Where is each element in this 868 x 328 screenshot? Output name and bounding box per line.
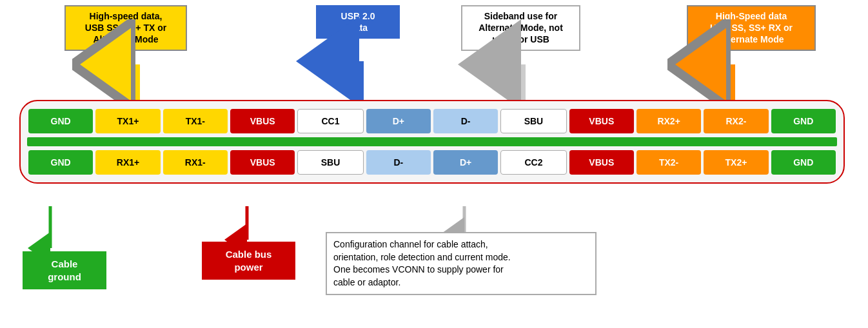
pin-cc1: CC1 xyxy=(297,109,363,133)
pin-dminus-top: D- xyxy=(433,109,498,133)
pin-gnd-top-left: GND xyxy=(28,109,93,133)
pin-rx2minus: RX2- xyxy=(704,109,768,133)
annotation-top-right: High-Speed dataUSB SS, SS+ RX orAlternat… xyxy=(687,5,816,51)
diagram-container: High-speed data,USB SS, SS+ TX orAlterna… xyxy=(0,0,868,328)
pin-gnd-bot-left: GND xyxy=(28,150,93,175)
pin-vbus-bot2: VBUS xyxy=(569,150,634,175)
pin-gnd-top-right: GND xyxy=(771,109,836,133)
pin-tx1plus: TX1+ xyxy=(95,109,160,133)
config-channel-label: Configuration channel for cable attach, … xyxy=(326,232,597,295)
pin-vbus-top2: VBUS xyxy=(569,109,634,133)
pin-rx2plus: RX2+ xyxy=(636,109,701,133)
pin-tx2minus: TX2- xyxy=(636,150,701,175)
pin-tx1minus: TX1- xyxy=(163,109,228,133)
pin-dplus-top: D+ xyxy=(366,109,431,133)
pin-row-top: GND TX1+ TX1- VBUS CC1 D+ D- SBU VBUS RX… xyxy=(27,108,837,135)
pin-vbus-bot1: VBUS xyxy=(230,150,295,175)
annotation-top-center: USB 2.0Data xyxy=(316,5,400,39)
cable-ground-label: Cableground xyxy=(23,251,106,289)
pin-cc2: CC2 xyxy=(500,150,566,175)
pin-sbu-top: SBU xyxy=(500,109,566,133)
pin-rx1minus: RX1- xyxy=(163,150,228,175)
annotation-top-right-white: Sideband use forAlternate Mode, notused … xyxy=(461,5,580,51)
cable-bus-power-label: Cable buspower xyxy=(202,242,295,280)
pin-spacer-bar xyxy=(27,137,837,146)
pin-dplus-bot: D+ xyxy=(433,150,498,175)
pin-row-bottom: GND RX1+ RX1- VBUS SBU D- D+ CC2 VBUS TX… xyxy=(27,149,837,176)
pin-tx2plus: TX2+ xyxy=(704,150,768,175)
pin-sbu-bot: SBU xyxy=(297,150,363,175)
pin-rx1plus: RX1+ xyxy=(95,150,160,175)
annotation-top-left: High-speed data,USB SS, SS+ TX orAlterna… xyxy=(64,5,187,51)
pin-dminus-bot: D- xyxy=(366,150,431,175)
pin-vbus-top1: VBUS xyxy=(230,109,295,133)
pin-board: GND TX1+ TX1- VBUS CC1 D+ D- SBU VBUS RX… xyxy=(19,100,845,184)
pin-gnd-bot-right: GND xyxy=(771,150,836,175)
